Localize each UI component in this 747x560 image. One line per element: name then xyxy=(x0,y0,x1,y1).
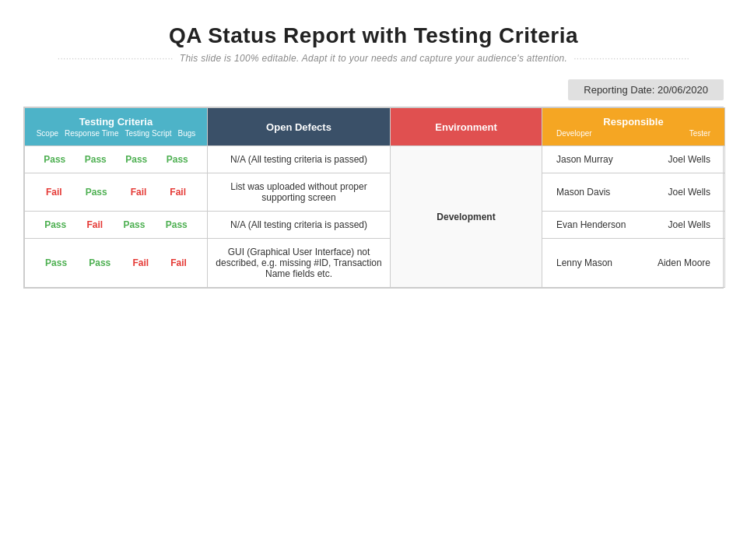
table-row: PassPassPassPassN/A (All testing criteri… xyxy=(25,146,725,173)
defect-cell: N/A (All testing criteria is passed) xyxy=(208,212,391,239)
criteria-sub-labels: Scope Response Time Testing Script Bugs xyxy=(31,129,201,138)
status-fail: Fail xyxy=(86,219,103,230)
header-criteria: Testing Criteria Scope Response Time Tes… xyxy=(25,108,208,146)
status-fail: Fail xyxy=(131,187,147,198)
environment-cell: Development xyxy=(391,146,542,288)
page: QA Status Report with Testing Criteria T… xyxy=(0,0,747,560)
table-row: FailPassFailFailList was uploaded withou… xyxy=(25,173,725,212)
table-row: PassPassFailFailGUI (Graphical User Inte… xyxy=(25,239,725,288)
status-pass: Pass xyxy=(123,219,145,230)
criteria-cell: PassPassPassPass xyxy=(25,146,208,173)
status-pass: Pass xyxy=(167,154,188,165)
reporting-date-row: Reporting Date: 20/06/2020 xyxy=(23,79,724,100)
reporting-date: Reporting Date: 20/06/2020 xyxy=(568,79,724,100)
status-pass: Pass xyxy=(45,257,67,268)
responsible-cell: Evan HendersonJoel Wells xyxy=(542,212,725,239)
criteria-cell: PassFailPassPass xyxy=(25,212,208,239)
defect-cell: N/A (All testing criteria is passed) xyxy=(208,146,391,173)
status-pass: Pass xyxy=(86,187,107,198)
status-fail: Fail xyxy=(46,187,62,198)
header-defects: Open Defects xyxy=(208,108,391,146)
developer-name: Lenny Mason xyxy=(556,257,612,268)
header-environment: Environment xyxy=(391,108,542,146)
developer-name: Mason Davis xyxy=(556,187,610,198)
tester-name: Joel Wells xyxy=(668,154,710,165)
status-fail: Fail xyxy=(170,257,187,268)
status-pass: Pass xyxy=(85,154,107,165)
responsible-cell: Mason DavisJoel Wells xyxy=(542,173,725,212)
tester-name: Joel Wells xyxy=(668,187,710,198)
developer-name: Evan Henderson xyxy=(556,219,626,230)
table-body: PassPassPassPassN/A (All testing criteri… xyxy=(25,146,725,288)
criteria-cell: PassPassFailFail xyxy=(25,239,208,288)
status-pass: Pass xyxy=(44,219,66,230)
header-responsible: Responsible Developer Tester xyxy=(542,108,725,146)
table-header-row: Testing Criteria Scope Response Time Tes… xyxy=(25,108,725,146)
status-pass: Pass xyxy=(89,257,110,268)
responsible-cell: Jason MurrayJoel Wells xyxy=(542,146,725,173)
tester-name: Aiden Moore xyxy=(658,257,710,268)
status-pass: Pass xyxy=(125,154,147,165)
main-table-container: Testing Criteria Scope Response Time Tes… xyxy=(23,107,724,289)
defect-cell: GUI (Graphical User Interface) not descr… xyxy=(208,239,391,288)
status-fail: Fail xyxy=(170,187,186,198)
status-pass: Pass xyxy=(166,219,188,230)
tester-name: Joel Wells xyxy=(668,219,710,230)
defect-cell: List was uploaded without proper support… xyxy=(208,173,391,212)
page-title: QA Status Report with Testing Criteria xyxy=(169,23,578,48)
responsible-cell: Lenny MasonAiden Moore xyxy=(542,239,725,288)
table-row: PassFailPassPassN/A (All testing criteri… xyxy=(25,212,725,239)
status-pass: Pass xyxy=(44,154,65,165)
qa-table: Testing Criteria Scope Response Time Tes… xyxy=(24,107,725,288)
developer-name: Jason Murray xyxy=(556,154,613,165)
status-fail: Fail xyxy=(132,257,149,268)
page-subtitle: This slide is 100% editable. Adapt it to… xyxy=(51,53,696,64)
criteria-cell: FailPassFailFail xyxy=(25,173,208,212)
